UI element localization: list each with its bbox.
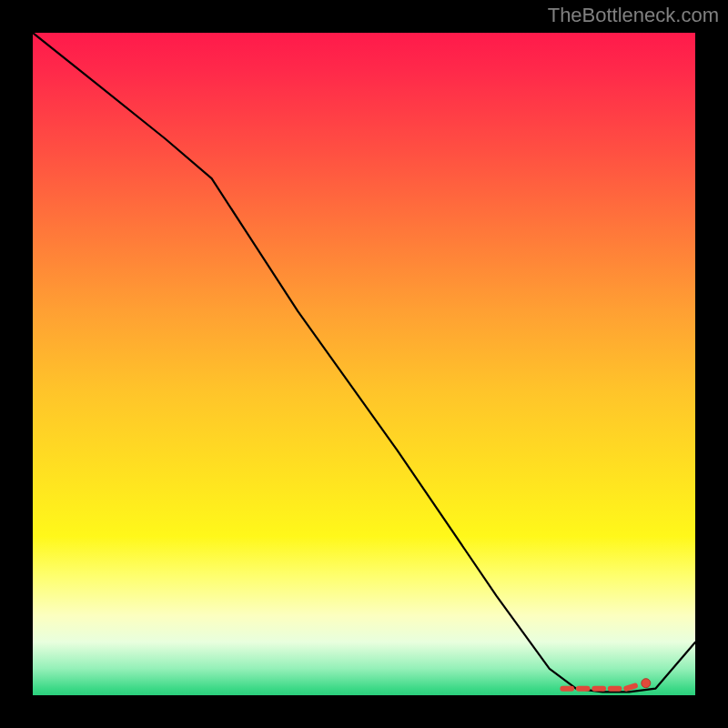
chart-overlay xyxy=(33,33,695,695)
attribution-text: TheBottleneck.com xyxy=(548,4,719,27)
plot-area xyxy=(33,33,695,695)
chart-frame: TheBottleneck.com xyxy=(0,0,728,728)
bottleneck-curve-line xyxy=(33,33,695,692)
optimal-range-markers xyxy=(562,679,650,689)
optimal-marker-dot xyxy=(642,679,651,688)
optimal-marker-dash xyxy=(626,686,635,689)
